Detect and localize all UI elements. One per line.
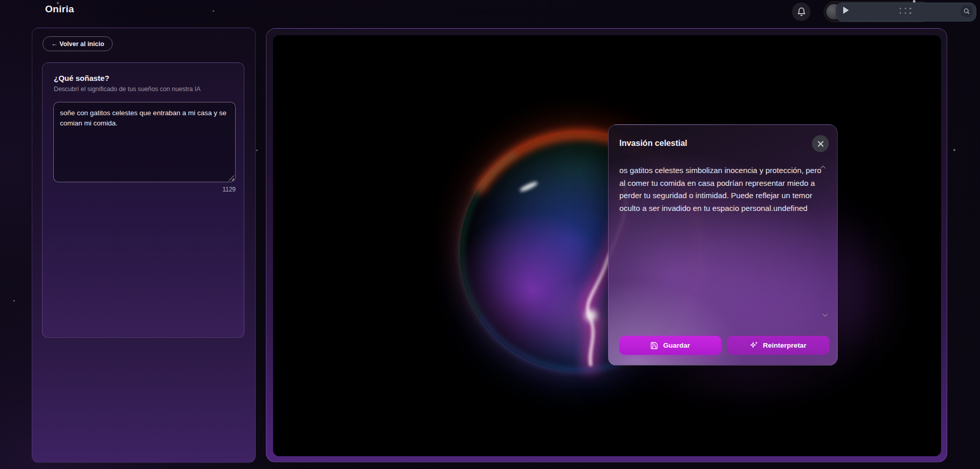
dream-visual-panel: [266, 28, 947, 462]
magnifier-button[interactable]: [961, 5, 973, 17]
dream-textarea[interactable]: soñe con gatitos celestes que entraban a…: [53, 102, 236, 182]
save-icon: [650, 342, 658, 350]
char-count: 1129: [53, 186, 236, 193]
oniria-app: Oniria ← Volver al inicio: [0, 0, 980, 469]
magnifier-icon: [963, 8, 970, 15]
close-button[interactable]: [812, 135, 829, 152]
drag-dots-icon[interactable]: [900, 8, 912, 14]
star-speck: [57, 2, 59, 4]
modal-actions: Guardar Reinterpretar: [619, 336, 829, 355]
reinterpret-button-label: Reinterpretar: [763, 342, 806, 349]
dream-image: [273, 35, 941, 456]
back-to-home-button[interactable]: ← Volver al inicio: [43, 36, 113, 51]
play-icon[interactable]: [843, 7, 849, 14]
star-speck: [953, 149, 955, 151]
app-logo: Oniria: [45, 4, 74, 15]
save-button-label: Guardar: [663, 342, 690, 349]
interpretation-text: os gatitos celestes simbolizan inocencia…: [619, 164, 828, 215]
close-icon: [817, 140, 824, 147]
dream-card-title: ¿Qué soñaste?: [54, 74, 109, 82]
interpretation-modal: Invasión celestial os gatitos celestes s…: [608, 124, 838, 366]
dream-textarea-wrapper: soñe con gatitos celestes que entraban a…: [53, 102, 236, 182]
save-button[interactable]: Guardar: [619, 336, 721, 355]
toolbar-indicator-dot: [913, 0, 915, 3]
dream-input-card: ¿Qué soñaste? Descubrí el significado de…: [42, 62, 244, 338]
notifications-button[interactable]: [792, 3, 810, 21]
star-speck: [13, 300, 15, 302]
sidebar-panel: ← Volver al inicio ¿Qué soñaste? Descubr…: [32, 28, 256, 463]
star-speck: [213, 10, 214, 12]
dream-card-subtitle: Descubrí el significado de tus sueños co…: [54, 86, 200, 93]
reinterpret-button[interactable]: Reinterpretar: [727, 336, 830, 355]
scroll-down-indicator[interactable]: [823, 312, 828, 317]
sparkles-icon: [749, 341, 758, 350]
star-speck: [256, 150, 258, 151]
bell-icon: [797, 7, 806, 17]
modal-title: Invasión celestial: [619, 139, 687, 148]
